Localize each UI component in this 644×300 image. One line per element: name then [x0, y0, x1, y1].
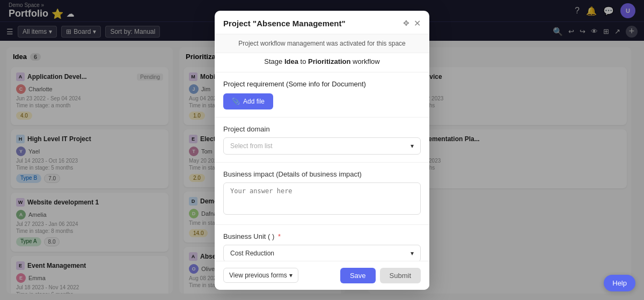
chevron-down-icon: ▾	[411, 142, 414, 150]
section-title: Project requirement (Some info for Docum…	[223, 80, 421, 88]
business-impact-textarea[interactable]	[223, 182, 421, 215]
chevron-down-icon: ▾	[289, 272, 292, 279]
form-field-project-domain: Project domain Select from list ▾	[215, 118, 429, 163]
submit-button[interactable]: Submit	[380, 268, 421, 283]
move-icon[interactable]: ✥	[403, 19, 409, 27]
modal-footer: View previous forms ▾ Save Submit	[215, 261, 429, 290]
required-indicator: *	[278, 232, 281, 240]
add-file-button[interactable]: 📎 Add file	[223, 93, 273, 109]
modal-header-actions: ✥ ✕	[403, 18, 421, 28]
field-label-project-domain: Project domain	[223, 125, 421, 133]
project-domain-select[interactable]: Select from list ▾	[223, 137, 421, 155]
modal-header: Project "Absence Management" ✥ ✕	[215, 11, 429, 34]
stage-from: Idea	[284, 57, 298, 65]
footer-right: Save Submit	[340, 268, 421, 283]
modal-notice-text: Project workflow management was activate…	[238, 40, 405, 47]
modal-section-requirement: Project requirement (Some info for Docum…	[215, 72, 429, 118]
business-unit-value: Cost Reduction	[230, 250, 274, 257]
modal-absence-management: Project "Absence Management" ✥ ✕ Project…	[215, 11, 429, 290]
modal-overlay: Project "Absence Management" ✥ ✕ Project…	[0, 0, 644, 300]
paperclip-icon: 📎	[232, 98, 240, 105]
modal-stage: Stage Idea to Prioritization workflow	[215, 53, 429, 72]
field-label-business-unit: Business Unit ( ) *	[223, 232, 421, 240]
form-field-business-impact: Business impact (Details of business imp…	[215, 163, 429, 225]
business-unit-select[interactable]: Cost Reduction ▾	[223, 245, 421, 261]
modal-body: Project workflow management was activate…	[215, 34, 429, 261]
project-domain-placeholder: Select from list	[230, 142, 273, 150]
add-file-label: Add file	[243, 98, 265, 105]
form-field-business-unit: Business Unit ( ) * Cost Reduction ▾	[215, 225, 429, 261]
footer-left: View previous forms ▾	[223, 268, 298, 283]
view-previous-label: View previous forms	[229, 272, 287, 279]
modal-notice: Project workflow management was activate…	[215, 34, 429, 53]
modal-close-button[interactable]: ✕	[414, 18, 421, 28]
field-label-business-impact: Business impact (Details of business imp…	[223, 170, 421, 178]
stage-to: Prioritization	[308, 57, 350, 65]
help-button[interactable]: Help	[604, 275, 635, 291]
save-button[interactable]: Save	[340, 268, 376, 283]
modal-title: Project "Absence Management"	[223, 19, 346, 28]
view-previous-forms-dropdown[interactable]: View previous forms ▾	[223, 268, 298, 283]
chevron-down-icon: ▾	[411, 250, 414, 257]
